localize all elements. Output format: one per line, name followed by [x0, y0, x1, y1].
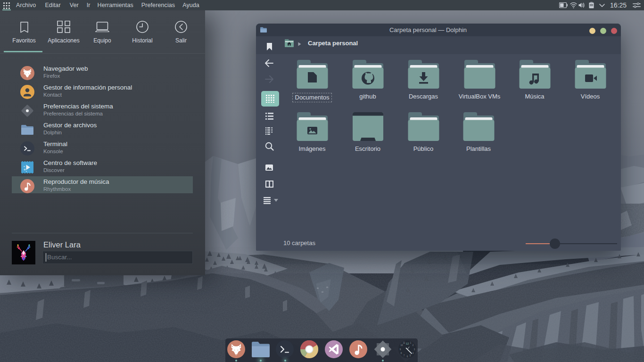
svg-text:11: 11 [403, 342, 405, 344]
svg-text:10: 10 [400, 344, 403, 346]
svg-text:12: 12 [406, 342, 409, 345]
